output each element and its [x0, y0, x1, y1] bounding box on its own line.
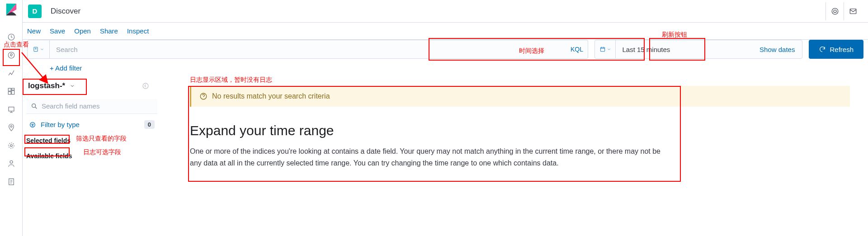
index-pattern-picker[interactable]: logstash-* — [26, 78, 175, 94]
nav-rail — [0, 0, 23, 236]
svg-point-20 — [32, 104, 36, 107]
header: D Discover — [23, 0, 868, 23]
fields-panel: logstash-* Filter by type 0 Selected fie… — [26, 78, 175, 161]
results-body: One or more of the indices you're lookin… — [190, 146, 669, 169]
filter-bar: + Add filter — [23, 59, 868, 77]
app-title: Discover — [51, 7, 80, 16]
svg-point-18 — [35, 48, 36, 49]
calendar-icon[interactable] — [595, 40, 616, 58]
canvas-nav-icon[interactable] — [4, 102, 19, 117]
maps-nav-icon[interactable] — [4, 120, 19, 135]
search-input[interactable] — [56, 46, 559, 53]
app-badge: D — [28, 5, 42, 18]
menu-save[interactable]: Save — [50, 27, 65, 35]
svg-rect-4 — [8, 88, 11, 91]
svg-point-22 — [143, 83, 148, 89]
kql-toggle[interactable]: KQL — [566, 40, 588, 59]
anno-log-area: 日志显示区域，暂时没有日志 — [190, 76, 272, 84]
svg-point-21 — [30, 122, 35, 127]
svg-rect-7 — [8, 92, 11, 94]
svg-point-9 — [10, 126, 12, 127]
filter-by-type-label: Filter by type — [41, 121, 80, 128]
help-icon — [199, 92, 208, 100]
news-icon[interactable] — [826, 2, 844, 20]
filter-count-badge: 0 — [144, 120, 155, 129]
svg-point-12 — [10, 160, 13, 163]
refresh-icon — [819, 46, 826, 53]
discover-nav-icon[interactable] — [4, 48, 19, 62]
filter-by-type[interactable]: Filter by type 0 — [26, 118, 157, 131]
date-picker[interactable]: Last 15 minutes Show dates — [594, 40, 802, 59]
mail-icon[interactable] — [844, 2, 862, 20]
svg-rect-5 — [11, 88, 14, 90]
callout-text: No results match your search criteria — [212, 92, 330, 100]
menu-share[interactable]: Share — [100, 27, 118, 35]
filter-icon — [29, 121, 36, 128]
logs-nav-icon[interactable] — [4, 175, 19, 189]
svg-rect-16 — [850, 9, 856, 14]
svg-point-3 — [8, 52, 14, 58]
svg-point-10 — [10, 145, 12, 147]
kibana-logo[interactable] — [5, 3, 18, 16]
no-results-callout: No results match your search criteria — [190, 86, 850, 107]
search-input-wrapper — [50, 40, 566, 59]
add-filter-button[interactable]: + Add filter — [50, 64, 82, 72]
svg-point-15 — [834, 10, 836, 13]
refresh-label: Refresh — [830, 46, 854, 53]
svg-point-14 — [832, 8, 838, 14]
selected-fields-header[interactable]: Selected fields — [26, 135, 175, 146]
search-icon — [31, 103, 38, 110]
collapse-sidebar-button[interactable] — [140, 80, 151, 91]
svg-rect-6 — [11, 91, 14, 94]
available-fields-header[interactable]: Available fields — [26, 151, 175, 161]
field-search-input[interactable] — [42, 102, 153, 110]
field-search[interactable] — [26, 99, 157, 114]
show-dates-link[interactable]: Show dates — [752, 40, 802, 58]
refresh-button[interactable]: Refresh — [809, 40, 863, 59]
results-heading: Expand your time range — [190, 123, 850, 138]
ml-nav-icon[interactable] — [4, 138, 19, 153]
menu-open[interactable]: Open — [74, 27, 91, 35]
recently-viewed-icon[interactable] — [4, 30, 19, 44]
svg-rect-19 — [600, 47, 604, 52]
visualize-nav-icon[interactable] — [4, 66, 19, 80]
top-menu: New Save Open Share Inspect — [23, 23, 868, 40]
menu-inspect[interactable]: Inspect — [127, 27, 149, 35]
svg-rect-8 — [9, 107, 14, 111]
index-pattern-name: logstash-* — [28, 81, 65, 90]
svg-point-11 — [9, 143, 14, 148]
infra-nav-icon[interactable] — [4, 156, 19, 171]
menu-new[interactable]: New — [27, 27, 41, 35]
query-bar: KQL Last 15 minutes Show dates Refresh — [23, 40, 868, 59]
results-area: No results match your search criteria Ex… — [190, 86, 850, 169]
saved-queries-button[interactable] — [27, 40, 50, 59]
dashboard-nav-icon[interactable] — [4, 84, 19, 99]
date-range-label[interactable]: Last 15 minutes — [616, 40, 752, 58]
chevron-down-icon — [70, 83, 75, 89]
